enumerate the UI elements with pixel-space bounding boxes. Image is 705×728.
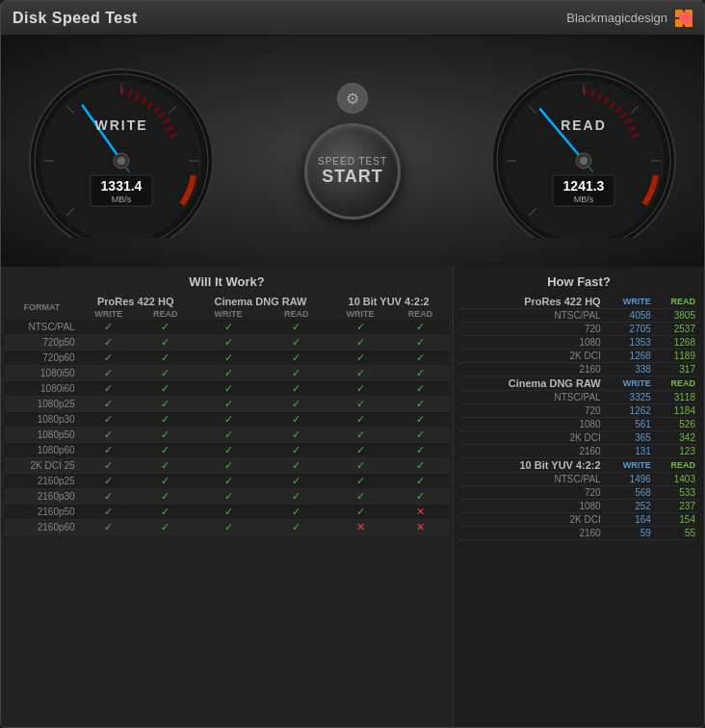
write-speed: 3325 — [605, 391, 654, 404]
check-cell: ✓ — [392, 489, 449, 505]
svg-text:READ: READ — [561, 117, 607, 133]
close-button[interactable] — [679, 12, 692, 25]
title-right: Blackmagicdesign — [566, 10, 692, 27]
check-cell: ✓ — [392, 366, 449, 381]
check-cell: ✓ — [264, 351, 328, 366]
check-cell: ✓ — [139, 489, 193, 505]
group-header-row: ProRes 422 HQ WRITE READ — [459, 295, 698, 309]
read-speed: 237 — [654, 500, 698, 513]
check-icon: ✓ — [356, 475, 365, 486]
table-row: 2160p30 ✓ ✓ ✓ ✓ ✓ ✓ — [5, 489, 449, 505]
start-button[interactable]: SPEED TEST START — [304, 123, 401, 220]
check-icon: ✓ — [161, 367, 170, 378]
read-speed: 317 — [654, 363, 698, 377]
check-icon: ✓ — [161, 444, 170, 455]
check-cell: ✓ — [139, 397, 193, 412]
prores-write-label: WRITE — [79, 308, 139, 320]
check-icon: ✓ — [292, 351, 300, 363]
svg-text:MB/s: MB/s — [112, 195, 132, 204]
check-cell: ✓ — [264, 335, 328, 351]
format-cell: 1080i50 — [5, 366, 79, 381]
check-cell: ✓ — [193, 505, 265, 520]
write-speed: 365 — [605, 431, 654, 445]
check-cell: ✓ — [264, 443, 328, 458]
table-row: 720p50 ✓ ✓ ✓ ✓ ✓ ✓ — [5, 335, 449, 351]
format-cell: 2160 — [459, 527, 605, 540]
check-cell: ✓ — [193, 412, 265, 428]
read-col-header: READ — [654, 295, 698, 309]
check-icon: ✓ — [161, 413, 170, 425]
read-speed: 1403 — [654, 473, 698, 486]
check-cell: ✓ — [328, 320, 392, 335]
read-speed: 55 — [654, 527, 698, 540]
check-icon: ✓ — [104, 336, 113, 348]
format-cell: 720 — [459, 323, 605, 336]
svg-text:1331.4: 1331.4 — [101, 178, 143, 194]
app-title: Disk Speed Test — [13, 10, 138, 27]
format-cell: 2160p50 — [5, 505, 79, 520]
app-window: Disk Speed Test Blackmagicdesign — [0, 0, 705, 728]
speed-row: 1080 561 526 — [459, 418, 698, 431]
check-icon: ✓ — [356, 398, 365, 409]
read-speed: 1184 — [654, 404, 698, 418]
group-header-row: Cinema DNG RAW WRITE READ — [459, 377, 698, 391]
check-icon: ✓ — [416, 459, 425, 471]
svg-text:MB/s: MB/s — [574, 195, 594, 204]
read-speed: 533 — [654, 486, 698, 500]
speed-row: 720 568 533 — [459, 486, 698, 500]
check-cell: ✓ — [193, 443, 265, 458]
table-row: 2160p25 ✓ ✓ ✓ ✓ ✓ ✓ — [5, 474, 449, 489]
check-cell: ✓ — [193, 366, 265, 381]
format-cell: 720 — [459, 486, 605, 500]
check-icon: ✓ — [416, 351, 425, 363]
check-cell: ✓ — [392, 412, 449, 428]
check-cell: ✓ — [264, 381, 328, 397]
check-icon: ✓ — [416, 429, 425, 440]
check-icon: ✓ — [224, 413, 233, 425]
check-cell: ✓ — [79, 335, 139, 351]
check-icon: ✓ — [104, 475, 113, 486]
group-name: Cinema DNG RAW — [459, 377, 605, 391]
check-icon: ✓ — [292, 475, 300, 486]
svg-point-12 — [118, 157, 125, 165]
check-icon: ✓ — [356, 321, 365, 332]
check-icon: ✓ — [224, 490, 233, 502]
speed-row: NTSC/PAL 3325 3118 — [459, 391, 698, 404]
check-icon: ✓ — [224, 429, 233, 440]
format-cell: 1080p50 — [5, 428, 79, 443]
check-cell: ✓ — [193, 428, 265, 443]
format-cell: 720 — [459, 404, 605, 418]
check-icon: ✓ — [292, 413, 300, 425]
check-icon: ✓ — [224, 351, 233, 363]
format-cell: 1080i60 — [5, 381, 79, 397]
check-cell: ✓ — [139, 505, 193, 520]
check-cell: ✓ — [328, 412, 392, 428]
speed-row: NTSC/PAL 1496 1403 — [459, 473, 698, 486]
speed-row: 1080 252 237 — [459, 500, 698, 513]
check-icon: ✓ — [292, 398, 300, 409]
check-icon: ✓ — [292, 367, 300, 378]
check-cell: ✓ — [328, 428, 392, 443]
write-speed: 338 — [605, 363, 654, 377]
write-gauge-svg: WRITE 1331.4 MB/s — [25, 65, 218, 238]
yuv-header: 10 Bit YUV 4:2:2 — [328, 295, 449, 308]
check-cell: ✓ — [79, 412, 139, 428]
format-cell: 2K DCI — [459, 513, 605, 527]
write-speed: 1268 — [605, 350, 654, 363]
check-icon: ✓ — [104, 444, 113, 455]
check-cell: ✓ — [193, 397, 265, 412]
check-icon: ✓ — [356, 351, 365, 363]
check-icon: ✓ — [356, 490, 365, 502]
check-cell: ✓ — [193, 520, 265, 535]
svg-point-29 — [580, 157, 588, 165]
check-icon: ✓ — [356, 382, 365, 394]
check-icon: ✓ — [292, 506, 300, 517]
table-row: 1080p50 ✓ ✓ ✓ ✓ ✓ ✓ — [5, 428, 449, 443]
format-header: FORMAT — [5, 295, 79, 320]
yuv-read-label: READ — [392, 308, 449, 320]
gear-button[interactable]: ⚙ — [337, 83, 368, 114]
check-cell: ✓ — [139, 335, 193, 351]
check-icon: ✓ — [161, 351, 170, 363]
check-cell: ✓ — [264, 412, 328, 428]
check-cell: ✓ — [264, 366, 328, 381]
